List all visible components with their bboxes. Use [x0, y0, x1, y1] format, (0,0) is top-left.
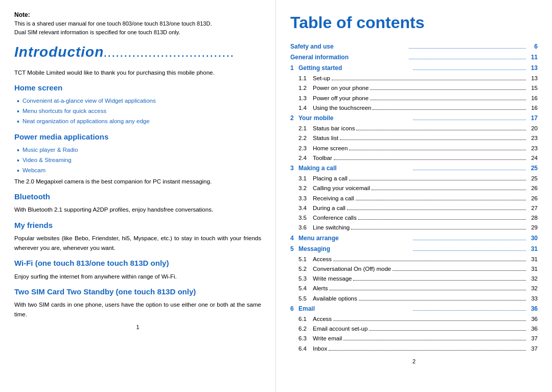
bullet-dot: • — [17, 107, 19, 116]
toc-sub-page: 23 — [527, 144, 538, 153]
wifi-body: Enjoy surfing the internet from anywhere… — [14, 272, 261, 281]
bullet-media-1-text: Music player & Radio — [22, 146, 78, 154]
intro-title-text: Introduction — [14, 44, 104, 60]
right-page-number: 2 — [290, 357, 538, 366]
toc-sub-page: 28 — [527, 214, 538, 222]
toc-container: Safety and use6General information111Get… — [290, 42, 538, 353]
toc-dots — [413, 234, 526, 240]
toc-label: Safety and use — [290, 42, 407, 51]
toc-sub-page: 16 — [527, 94, 538, 103]
toc-label: Making a call — [298, 164, 411, 173]
toc-page: 31 — [527, 244, 538, 253]
toc-sub-num: 5.2 — [298, 265, 313, 273]
toc-sub-page: 15 — [527, 84, 538, 93]
toc-sub-entry-4-5: 3.6 Line switching 29 — [298, 223, 538, 232]
toc-sub-entry-7-1: 6.2 Email account set-up 36 — [298, 325, 538, 333]
toc-sub-num: 2.2 — [298, 134, 313, 143]
toc-sub-label: Set-up — [313, 74, 330, 83]
toc-dots — [409, 53, 526, 59]
toc-sub-dots — [372, 184, 526, 190]
toc-sub-label: Alerts — [313, 284, 328, 293]
toc-label: Getting started — [298, 63, 411, 73]
section-wifi: Wi-Fi (one touch 813/one touch 813D only… — [14, 258, 261, 269]
bullet-home-2: • Menu shortcuts for quick access — [17, 107, 261, 116]
toc-sub-entry-6-4: 5.5 Available options 33 — [298, 294, 538, 303]
section-two-sim: Two SIM Card Two Standby (one touch 813D… — [14, 286, 261, 298]
intro-dots: ................................ — [104, 49, 235, 59]
toc-sub-page: 20 — [527, 124, 538, 133]
intro-paragraph: TCT Mobile Limited would like to thank y… — [14, 68, 261, 77]
toc-sub-page: 32 — [527, 284, 538, 293]
toc-dots — [413, 245, 526, 251]
toc-page: 11 — [527, 53, 538, 62]
toc-sub-dots — [373, 104, 526, 110]
toc-sub-num: 2.1 — [298, 124, 313, 133]
toc-title: Table of contents — [290, 10, 538, 35]
toc-sub-dots — [334, 154, 526, 160]
toc-sub-entry-7-2: 6.3 Write email 37 — [298, 334, 538, 343]
toc-sub-num: 6.4 — [298, 344, 313, 353]
bullet-home-2-text: Menu shortcuts for quick access — [22, 107, 106, 116]
section-power-media: Power media applications — [14, 131, 261, 143]
toc-sub-dots — [370, 94, 526, 100]
toc-sub-num: 3.1 — [298, 174, 313, 183]
toc-sub-page: 32 — [527, 274, 538, 283]
toc-sub-label: Home screen — [313, 144, 348, 153]
toc-sub-dots — [351, 223, 526, 229]
toc-sub-num: 3.2 — [298, 184, 313, 193]
toc-sub-num: 2.4 — [298, 154, 313, 163]
toc-sub-num: 6.1 — [298, 315, 313, 324]
toc-sub-entry-4-4: 3.5 Conference calls 28 — [298, 214, 538, 222]
toc-sub-num: 6.2 — [298, 325, 313, 333]
left-column: Note: This is a shared user manual for o… — [0, 0, 276, 392]
toc-dots — [413, 64, 526, 70]
toc-main-entry-5: 4Menu arrange30 — [290, 234, 538, 243]
toc-sub-label: Conference calls — [313, 214, 357, 222]
toc-num: 3 — [290, 164, 298, 173]
bullet-home-1: • Convenient at-a-glance view of Widget … — [17, 97, 261, 106]
toc-main-entry-3: 2Your mobile17 — [290, 113, 538, 123]
toc-dots — [413, 164, 526, 170]
toc-sub-entry-4-3: 3.4 During a call 27 — [298, 204, 538, 213]
intro-heading: Introduction............................… — [14, 41, 261, 63]
toc-sub-label: During a call — [313, 204, 346, 213]
bullet-dot: • — [17, 156, 19, 165]
toc-sub-dots — [353, 274, 526, 281]
friends-body: Popular websites (like Bebo, Friendster,… — [14, 234, 261, 252]
toc-main-entry-0: Safety and use6 — [290, 42, 538, 51]
bullet-home-3: • Neat organization of applications alon… — [17, 117, 261, 126]
toc-sub-page: 13 — [527, 74, 538, 83]
toc-sub-num: 1.2 — [298, 84, 313, 93]
toc-sub-entry-7-3: 6.4 Inbox 37 — [298, 344, 538, 353]
toc-sub-dots — [333, 255, 526, 261]
toc-sub-label: Write email — [313, 334, 342, 343]
toc-main-entry-6: 5Messaging31 — [290, 244, 538, 253]
toc-sub-entry-4-1: 3.2 Calling your voicemail 26 — [298, 184, 538, 193]
toc-sub-num: 5.3 — [298, 274, 313, 283]
toc-sub-page: 24 — [527, 154, 538, 163]
note-label: Note: — [14, 10, 261, 19]
toc-sub-entry-6-3: 5.4 Alerts 32 — [298, 284, 538, 293]
toc-sub-label: Receiving a call — [313, 194, 354, 203]
toc-sub-num: 3.6 — [298, 223, 313, 232]
toc-sub-label: Toolbar — [313, 154, 332, 163]
toc-sub-dots — [393, 265, 526, 271]
toc-sub-entry-3-1: 2.2 Status list 23 — [298, 134, 538, 143]
toc-sub-num: 1.4 — [298, 104, 313, 112]
bullet-media-1: • Music player & Radio — [17, 146, 261, 155]
toc-sub-label: Line switching — [313, 223, 350, 232]
toc-sub-label: Inbox — [313, 344, 327, 353]
toc-sub-page: 23 — [527, 134, 538, 143]
toc-sub-page: 31 — [527, 255, 538, 264]
toc-sub-dots — [370, 84, 526, 90]
toc-sub-label: Status bar icons — [313, 124, 355, 133]
toc-num: 6 — [290, 304, 298, 313]
toc-sub-page: 36 — [527, 315, 538, 324]
toc-sub-dots — [329, 284, 526, 290]
toc-sub-label: Power on your phone — [313, 84, 369, 93]
toc-sub-entry-2-2: 1.3 Power off your phone 16 — [298, 94, 538, 103]
toc-sub-num: 1.3 — [298, 94, 313, 103]
toc-main-entry-1: General information11 — [290, 53, 538, 62]
two-sim-body: With two SIM cards in one phone, users h… — [14, 300, 261, 319]
toc-sub-entry-2-3: 1.4 Using the touchscreen 16 — [298, 104, 538, 112]
